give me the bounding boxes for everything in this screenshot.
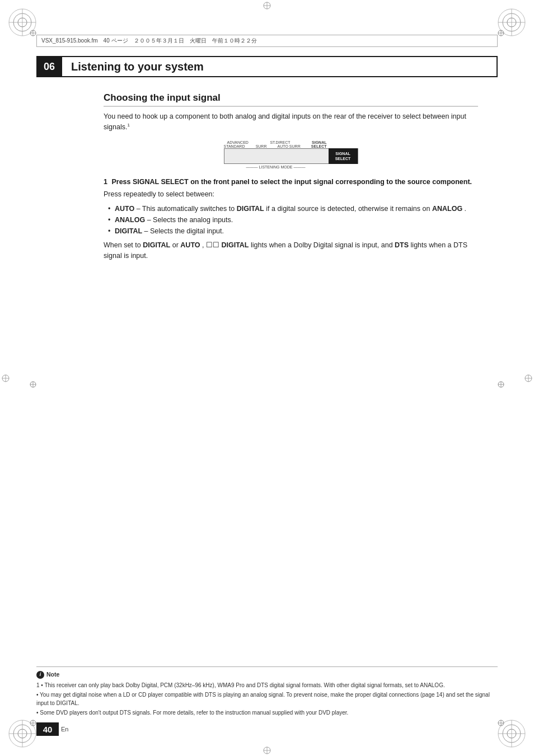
list-item-analog: ANALOG – Selects the analog inputs. — [108, 214, 478, 226]
note-section: i Note 1 • This receiver can only play b… — [36, 666, 498, 717]
note-item-1: 1 • This receiver can only play back Dol… — [36, 681, 498, 689]
page-lang: En — [61, 726, 68, 732]
term-digital: DIGITAL — [115, 227, 142, 235]
term-auto: AUTO — [115, 205, 134, 213]
reg-mark-side-right — [497, 381, 505, 388]
page-number: 40 — [36, 722, 59, 736]
note-item-2: • You may get digital noise when a LD or… — [36, 691, 498, 707]
reg-mark-inner-tr — [497, 29, 505, 37]
when-set-paragraph: When set to DIGITAL or AUTO , ☐☐ DIGITAL… — [104, 240, 478, 261]
panel-box: SIGNALSELECT — [224, 148, 358, 164]
signal-select-button: SIGNALSELECT — [329, 148, 358, 164]
reg-mark-inner-tl — [29, 29, 37, 37]
reg-mark-inner-br — [497, 719, 505, 727]
header-bar: VSX_815-915.book.fm 40 ページ ２００５年３月１日 火曜日… — [36, 35, 498, 47]
press-text: Press repeatedly to select between: — [104, 189, 478, 200]
panel-image-container: ADVANCED ST.DIRECT SIGNAL STANDARD SURR … — [104, 140, 478, 169]
footnote-superscript: 1 — [127, 123, 129, 128]
list-item-digital: DIGITAL – Selects the digital input. — [108, 226, 478, 237]
main-content: Choosing the input signal You need to ho… — [104, 92, 478, 689]
header-text: VSX_815-915.book.fm 40 ページ ２００５年３月１日 火曜日… — [41, 37, 257, 45]
term-analog: ANALOG — [115, 216, 145, 224]
panel-bottom-label: ——— LISTENING MODE ——— — [224, 164, 328, 169]
reg-mark-side-left — [29, 381, 37, 388]
panel-image: ADVANCED ST.DIRECT SIGNAL STANDARD SURR … — [224, 140, 358, 169]
step-number-1: 1 — [104, 178, 107, 186]
reg-mark-left — [1, 373, 10, 384]
reg-mark-right — [524, 373, 533, 384]
note-title: i Note — [36, 670, 498, 679]
panel-top-labels: ADVANCED ST.DIRECT SIGNAL — [224, 140, 328, 144]
note-item-3: • Some DVD players don't output DTS sign… — [36, 708, 498, 717]
section-heading: Choosing the input signal — [104, 92, 478, 107]
chapter-title: Listening to your system — [71, 60, 204, 73]
step-1-instruction: 1 Press SIGNAL SELECT on the front panel… — [104, 177, 478, 187]
intro-paragraph: You need to hook up a component to both … — [104, 111, 478, 133]
list-item-auto: AUTO – This automatically switches to DI… — [108, 203, 478, 214]
page-number-area: 40 En — [36, 722, 68, 736]
panel-second-labels: STANDARD SURR AUTO SURR SELECT — [224, 144, 328, 148]
reg-mark-bottom — [261, 746, 273, 755]
chapter-title-area: Listening to your system — [62, 56, 498, 77]
reg-mark-top — [261, 1, 273, 10]
bullet-list: AUTO – This automatically switches to DI… — [108, 203, 478, 237]
chapter-number: 06 — [36, 56, 62, 77]
chapter-header: 06 Listening to your system — [36, 56, 498, 77]
reg-mark-inner-bl — [29, 719, 37, 727]
note-icon: i — [36, 671, 44, 679]
